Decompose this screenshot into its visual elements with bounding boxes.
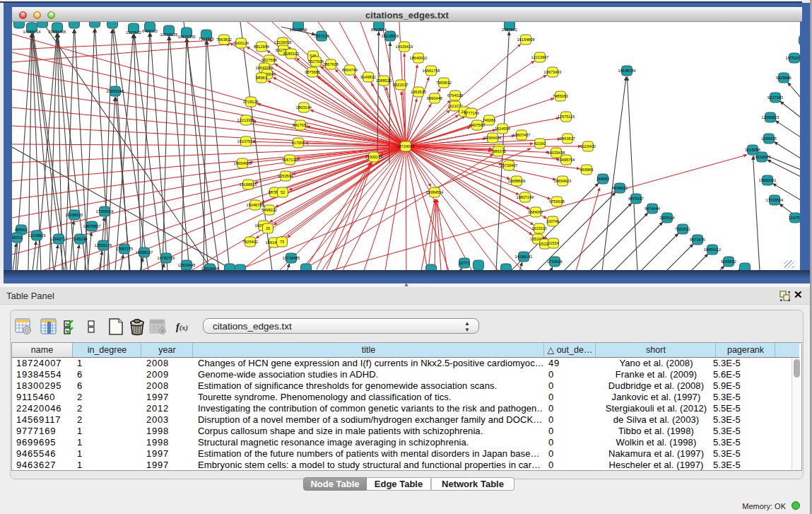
svg-text:1624554: 1624554 <box>495 127 510 131</box>
svg-text:9329966: 9329966 <box>776 76 792 80</box>
svg-text:1733426: 1733426 <box>547 259 563 264</box>
svg-text:7955812: 7955812 <box>436 81 452 85</box>
svg-text:5498222: 5498222 <box>261 208 277 212</box>
svg-text:8471676: 8471676 <box>690 238 705 242</box>
svg-text:18640910: 18640910 <box>410 56 428 60</box>
svg-text:10688609: 10688609 <box>508 179 526 183</box>
svg-text:18807249: 18807249 <box>517 195 534 199</box>
svg-text:15720407: 15720407 <box>500 163 518 168</box>
svg-text:9463627: 9463627 <box>560 136 575 141</box>
svg-text:16961758: 16961758 <box>423 69 440 73</box>
svg-text:19975857: 19975857 <box>83 224 101 228</box>
svg-text:7632621: 7632621 <box>675 227 690 231</box>
svg-text:1527602: 1527602 <box>126 30 141 35</box>
svg-text:1615113: 1615113 <box>531 226 546 230</box>
svg-text:15751074: 15751074 <box>786 56 800 60</box>
svg-text:8454749: 8454749 <box>342 68 358 72</box>
svg-text:10958107: 10958107 <box>136 250 153 255</box>
svg-text:9777169: 9777169 <box>464 111 479 115</box>
svg-text:8813054: 8813054 <box>371 28 387 32</box>
svg-text:3215958: 3215958 <box>745 148 760 152</box>
svg-text:20206535: 20206535 <box>66 213 83 217</box>
svg-text:9245652: 9245652 <box>721 259 736 264</box>
svg-text:6466160: 6466160 <box>142 29 158 33</box>
svg-text:39151: 39151 <box>12 235 23 240</box>
svg-text:8186323: 8186323 <box>283 52 299 56</box>
svg-text:18724007: 18724007 <box>397 144 415 148</box>
svg-text:7663822: 7663822 <box>216 37 232 42</box>
svg-text:10719135: 10719135 <box>160 33 178 37</box>
svg-text:62160: 62160 <box>534 141 546 146</box>
svg-text:52: 52 <box>281 190 285 194</box>
svg-text:1588520: 1588520 <box>376 78 392 83</box>
svg-text:8912954: 8912954 <box>254 45 269 49</box>
svg-text:485001: 485001 <box>15 228 28 232</box>
svg-text:13226058: 13226058 <box>274 40 292 45</box>
svg-text:14196141: 14196141 <box>515 255 533 259</box>
svg-text:16033809: 16033809 <box>290 28 307 32</box>
svg-text:3267130: 3267130 <box>282 158 298 162</box>
svg-text:12213389: 12213389 <box>237 118 255 122</box>
svg-text:3684067: 3684067 <box>528 210 543 214</box>
svg-text:19166825: 19166825 <box>240 182 257 187</box>
svg-text:8322037: 8322037 <box>393 83 408 87</box>
svg-text:746266: 746266 <box>483 118 496 122</box>
svg-text:12093823: 12093823 <box>762 115 779 119</box>
svg-text:98961: 98961 <box>256 76 267 80</box>
svg-text:669969: 669969 <box>580 168 594 172</box>
svg-text:9160124: 9160124 <box>233 41 249 45</box>
svg-text:10973493: 10973493 <box>544 70 562 74</box>
svg-text:9756928: 9756928 <box>549 199 565 204</box>
svg-text:22534: 22534 <box>548 241 559 245</box>
svg-text:2867608: 2867608 <box>323 62 339 66</box>
svg-text:6990448: 6990448 <box>427 96 442 100</box>
svg-text:10025438: 10025438 <box>548 151 565 155</box>
svg-text:12923448: 12923448 <box>178 263 196 267</box>
svg-text:12975115: 12975115 <box>558 115 575 119</box>
svg-text:7485063: 7485063 <box>553 94 568 98</box>
svg-text:8938923: 8938923 <box>612 186 628 190</box>
svg-text:15300275: 15300275 <box>365 155 383 159</box>
svg-text:16782759: 16782759 <box>158 256 175 260</box>
svg-text:17016504: 17016504 <box>766 198 784 202</box>
svg-text:9115400: 9115400 <box>580 144 595 148</box>
svg-text:164093: 164093 <box>596 177 610 181</box>
svg-text:8427552: 8427552 <box>293 123 308 127</box>
svg-text:20691406: 20691406 <box>49 30 66 34</box>
svg-text:16210643: 16210643 <box>753 155 771 159</box>
svg-text:9474444: 9474444 <box>645 206 660 211</box>
svg-text:9146821: 9146821 <box>360 75 376 79</box>
svg-text:2718126: 2718126 <box>243 100 259 104</box>
svg-text:16671355: 16671355 <box>178 35 196 39</box>
svg-text:10807487: 10807487 <box>513 133 531 137</box>
svg-text:9227343: 9227343 <box>767 95 783 100</box>
svg-text:15692901: 15692901 <box>759 178 777 182</box>
svg-text:16107552: 16107552 <box>237 139 255 144</box>
svg-text:16648784: 16648784 <box>618 69 636 73</box>
svg-text:7625402: 7625402 <box>242 240 258 244</box>
svg-text:19218506: 19218506 <box>382 34 399 38</box>
svg-text:2803144: 2803144 <box>296 105 312 110</box>
svg-text:1145194: 1145194 <box>72 237 87 241</box>
svg-text:6497568: 6497568 <box>469 123 485 127</box>
svg-text:7357224: 7357224 <box>314 34 329 38</box>
svg-text:7515526: 7515526 <box>199 37 214 41</box>
svg-text:20053346: 20053346 <box>107 89 124 93</box>
svg-text:17359924: 17359924 <box>96 209 114 214</box>
svg-text:10654112: 10654112 <box>704 247 721 252</box>
svg-text:9327508: 9327508 <box>308 59 324 64</box>
svg-text:17957275: 17957275 <box>116 247 134 251</box>
svg-text:1244415: 1244415 <box>761 136 777 141</box>
svg-text:1362615: 1362615 <box>411 90 426 94</box>
svg-text:19654923: 19654923 <box>554 179 572 183</box>
svg-text:73: 73 <box>280 240 284 244</box>
svg-text:7986372: 7986372 <box>490 149 506 153</box>
svg-text:12342717: 12342717 <box>50 237 68 241</box>
svg-text:116753: 116753 <box>789 216 800 220</box>
svg-text:19654985: 19654985 <box>234 161 252 165</box>
svg-text:19384554: 19384554 <box>426 190 444 194</box>
svg-text:6879197: 6879197 <box>628 197 644 201</box>
svg-text:12156829: 12156829 <box>28 233 46 238</box>
svg-text:15716485: 15716485 <box>283 256 300 260</box>
svg-text:12213967: 12213967 <box>531 55 549 59</box>
